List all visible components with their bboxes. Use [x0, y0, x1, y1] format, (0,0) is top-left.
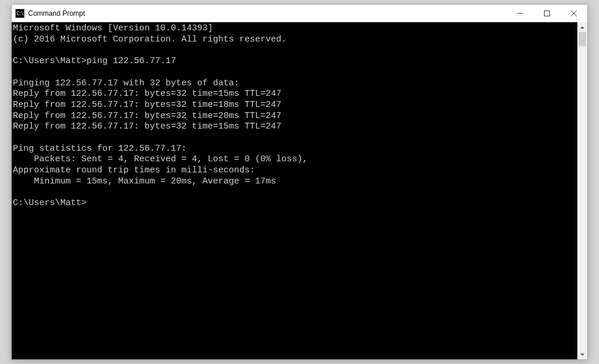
app-icon: C:\	[15, 9, 25, 18]
window-title: Command Prompt	[28, 9, 85, 18]
minimize-button[interactable]	[507, 5, 533, 22]
command-prompt-window: C:\ Command Prompt Microsoft Windows [Ve…	[11, 4, 588, 360]
close-button[interactable]	[560, 5, 587, 22]
terminal-text: Microsoft Windows [Version 10.0.14393] (…	[13, 23, 308, 208]
titlebar[interactable]: C:\ Command Prompt	[12, 5, 587, 22]
client-area: Microsoft Windows [Version 10.0.14393] (…	[12, 22, 587, 359]
maximize-button[interactable]	[533, 5, 560, 22]
maximize-icon	[544, 11, 550, 16]
chevron-down-icon	[580, 353, 584, 356]
app-icon-label: C:\	[16, 11, 23, 16]
scroll-down-button[interactable]	[577, 349, 587, 359]
chevron-up-icon	[580, 26, 584, 29]
close-icon	[571, 11, 577, 16]
vertical-scrollbar[interactable]	[577, 22, 587, 359]
svg-marker-4	[580, 26, 584, 29]
terminal-output[interactable]: Microsoft Windows [Version 10.0.14393] (…	[12, 22, 577, 359]
svg-marker-5	[580, 353, 584, 356]
scrollbar-track[interactable]	[577, 32, 587, 349]
svg-rect-1	[545, 11, 550, 16]
scroll-up-button[interactable]	[577, 22, 587, 32]
minimize-icon	[517, 11, 523, 16]
scrollbar-thumb[interactable]	[579, 32, 586, 46]
